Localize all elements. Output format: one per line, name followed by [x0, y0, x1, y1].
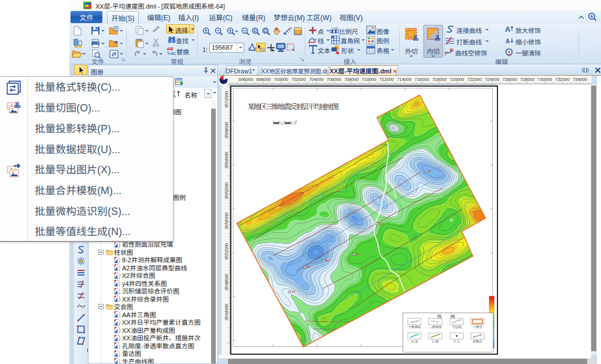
svg-text:A: A	[505, 25, 511, 34]
svg-text:B4: B4	[326, 259, 330, 262]
svg-text:井 位: 井 位	[453, 339, 460, 344]
svg-text:某地区三维地震反射层平均速度图: 某地区三维地震反射层平均速度图	[248, 101, 339, 112]
svg-text:AB: AB	[167, 46, 174, 51]
svg-text:A: A	[506, 38, 510, 44]
svg-text:B2: B2	[379, 222, 383, 225]
svg-text:B3: B3	[356, 253, 360, 256]
svg-text:等值线: 等值线	[452, 325, 462, 329]
svg-text:河 流: 河 流	[411, 339, 418, 344]
svg-text:逆断层: 逆断层	[473, 339, 482, 344]
svg-text:三维区: 三维区	[473, 325, 482, 329]
svg-text:公 路: 公 路	[432, 339, 439, 344]
svg-text:B5: B5	[308, 266, 311, 269]
svg-text:1:100: 1:100	[331, 27, 338, 30]
svg-text:三维测线: 三维测线	[408, 325, 421, 329]
svg-text:B6: B6	[292, 291, 296, 294]
svg-text:二维测线: 二维测线	[429, 325, 442, 329]
svg-text:AC: AC	[171, 51, 176, 55]
svg-text:B1: B1	[429, 170, 432, 173]
